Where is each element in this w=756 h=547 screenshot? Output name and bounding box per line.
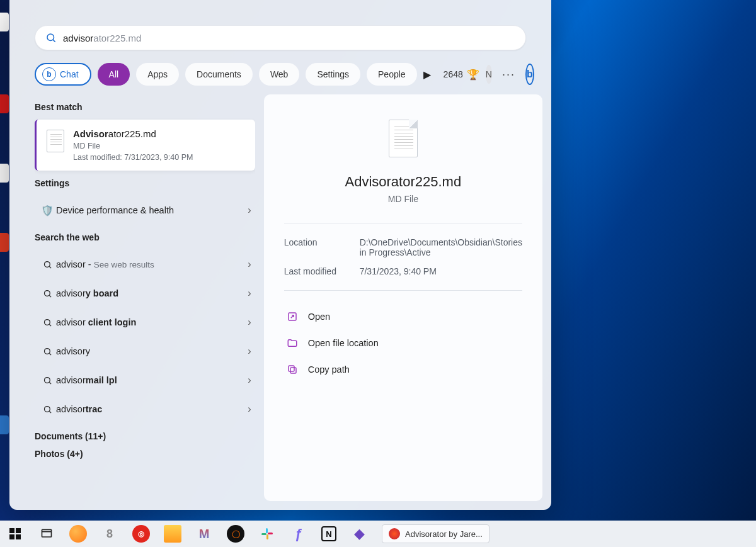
svg-rect-19 [9,534,14,539]
preview-filename: Advisorator225.md [345,174,462,190]
photos-heading[interactable]: Photos (4+) [35,449,255,459]
taskbar: 8 ◎ M ◯ ƒ N ◆ Advisorator by Jare... [0,521,756,547]
search-bar[interactable]: advisorator225.md [35,25,526,50]
documents-heading[interactable]: Documents (11+) [35,431,255,441]
desktop-icon-peek [0,415,9,434]
settings-heading: Settings [35,178,255,188]
chevron-right-icon: › [248,403,251,415]
svg-rect-17 [9,528,14,533]
filter-documents[interactable]: Documents [185,63,253,86]
folder-icon [287,337,298,349]
best-match-title: Advisorator225.md [73,128,193,139]
svg-line-1 [53,40,55,42]
svg-rect-26 [268,533,273,534]
taskbar-app-obsidian[interactable]: ◆ [350,525,368,543]
action-open-label: Open [308,312,330,322]
svg-rect-24 [261,533,266,535]
svg-rect-23 [266,528,268,533]
svg-line-5 [49,295,51,297]
windows-icon [9,528,21,539]
filter-people[interactable]: People [367,63,417,86]
filter-settings[interactable]: Settings [306,63,360,86]
copy-icon [287,364,298,375]
web-suggestion[interactable]: advisory board › [35,279,255,308]
rewards-points[interactable]: 2648 🏆 [444,69,479,81]
search-icon [45,32,57,43]
preview-filetype: MD File [388,194,418,204]
search-icon [38,376,56,385]
meta-location-key: Location [284,237,360,257]
svg-point-6 [44,319,50,325]
trophy-icon: 🏆 [467,69,479,81]
svg-point-8 [44,348,50,354]
more-menu-button[interactable]: ··· [498,68,519,81]
bing-button[interactable]: b [525,64,534,85]
taskbar-app-slack[interactable] [258,525,276,543]
chevron-right-icon: › [248,375,251,386]
web-heading: Search the web [35,232,255,242]
taskbar-app-gmail[interactable]: M [195,525,213,543]
web-suggestion[interactable]: advisor client login › [35,308,255,337]
svg-point-2 [44,261,50,267]
svg-line-7 [49,324,51,326]
svg-point-0 [47,34,54,41]
svg-line-13 [49,411,51,413]
action-copy-path-label: Copy path [308,364,350,375]
shield-icon: 🛡️ [38,205,56,217]
search-input[interactable]: advisorator225.md [63,33,515,43]
filter-chat[interactable]: b Chat [35,63,91,86]
best-match-result[interactable]: Advisorator225.md MD File Last modified:… [35,120,255,171]
chevron-right-icon: › [248,259,251,270]
open-icon [287,311,298,322]
taskbar-app-explorer[interactable] [164,525,181,543]
chevron-right-icon: › [248,317,251,328]
taskbar-app-blender[interactable] [69,525,87,543]
action-open-location-label: Open file location [308,338,379,348]
chevron-right-icon: › [248,288,251,299]
meta-modified-key: Last modified [284,266,360,276]
start-button[interactable] [6,525,24,543]
filter-web[interactable]: Web [259,63,300,86]
search-icon [38,260,56,269]
taskbar-app-circle[interactable]: ◯ [227,525,244,543]
filter-chat-label: Chat [60,69,79,79]
filter-apps[interactable]: Apps [136,63,179,86]
taskbar-app-f[interactable]: ƒ [290,525,307,543]
desktop-icon-peek [0,164,9,183]
taskbar-running-brave[interactable]: Advisorator by Jare... [382,524,490,543]
document-icon [389,120,418,157]
action-open-location[interactable]: Open file location [284,330,522,356]
web-suggestion[interactable]: advisor - See web results › [35,250,255,279]
action-copy-path[interactable]: Copy path [284,356,522,383]
brave-icon [389,528,400,539]
svg-line-11 [49,382,51,384]
taskbar-app-notion[interactable]: N [321,526,336,541]
filter-all[interactable]: All [98,63,130,86]
user-avatar[interactable]: N [486,65,492,84]
rewards-points-value: 2648 [444,69,463,79]
desktop-icon-peek [0,233,9,252]
search-icon [38,318,56,327]
web-suggestion[interactable]: advisormail lpl › [35,366,255,395]
svg-point-10 [44,377,50,383]
search-icon [38,347,56,356]
search-icon [38,405,56,414]
svg-point-4 [44,290,50,296]
svg-point-12 [44,406,50,412]
desktop-icon-peek [0,94,9,113]
web-suggestion[interactable]: advisory › [35,337,255,366]
filter-more-button[interactable]: ▶ [423,69,431,81]
taskbar-app-adobe[interactable]: ◎ [132,525,150,543]
action-open[interactable]: Open [284,303,522,330]
meta-location-val: D:\OneDrive\Documents\Obsidian\Stories i… [360,237,522,257]
document-icon [47,130,64,152]
settings-item-device-health[interactable]: 🛡️ Device performance & health › [35,196,255,225]
svg-rect-16 [289,366,294,371]
web-suggestion[interactable]: advisortrac › [35,395,255,424]
meta-modified-val: 7/31/2023, 9:40 PM [360,266,522,276]
taskbar-taskview[interactable] [38,525,55,543]
windows-search-panel: advisorator225.md b Chat All Apps Docume… [9,0,551,510]
svg-line-9 [49,353,51,355]
taskbar-app-8[interactable]: 8 [101,525,118,543]
chevron-right-icon: › [248,346,251,357]
